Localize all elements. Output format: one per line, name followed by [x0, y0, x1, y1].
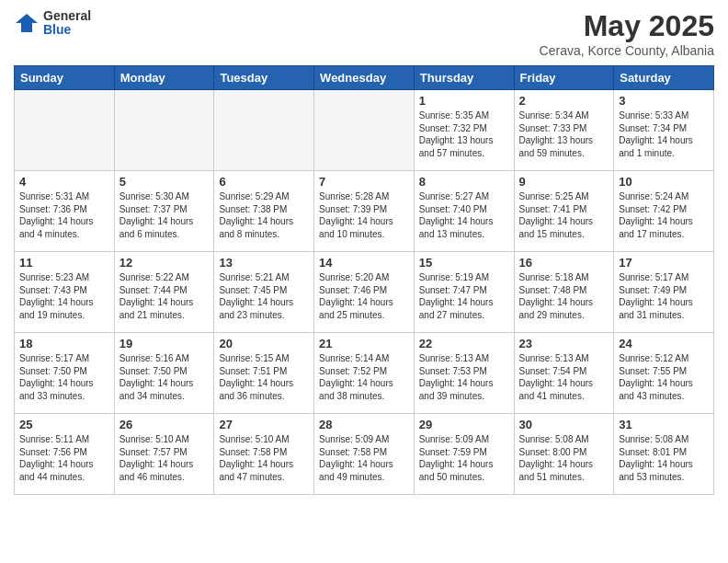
day-info: Sunrise: 5:10 AM Sunset: 7:58 PM Dayligh…	[219, 433, 309, 483]
day-number: 1	[419, 94, 509, 108]
day-cell: 18Sunrise: 5:17 AM Sunset: 7:50 PM Dayli…	[15, 333, 115, 414]
day-cell: 20Sunrise: 5:15 AM Sunset: 7:51 PM Dayli…	[214, 333, 314, 414]
day-info: Sunrise: 5:12 AM Sunset: 7:55 PM Dayligh…	[619, 352, 709, 402]
calendar-table: SundayMondayTuesdayWednesdayThursdayFrid…	[14, 65, 714, 495]
day-number: 8	[419, 175, 509, 189]
day-number: 21	[319, 337, 409, 350]
day-number: 14	[319, 256, 409, 270]
day-cell: 13Sunrise: 5:21 AM Sunset: 7:45 PM Dayli…	[214, 252, 314, 333]
header-row: SundayMondayTuesdayWednesdayThursdayFrid…	[15, 66, 714, 90]
day-info: Sunrise: 5:09 AM Sunset: 7:58 PM Dayligh…	[319, 433, 409, 483]
day-cell: 15Sunrise: 5:19 AM Sunset: 7:47 PM Dayli…	[414, 252, 514, 333]
day-number: 18	[19, 337, 109, 350]
day-number: 24	[619, 337, 709, 350]
day-number: 12	[119, 256, 210, 270]
day-info: Sunrise: 5:23 AM Sunset: 7:43 PM Dayligh…	[19, 271, 109, 321]
week-row-3: 11Sunrise: 5:23 AM Sunset: 7:43 PM Dayli…	[15, 252, 714, 333]
column-header-tuesday: Tuesday	[214, 66, 314, 90]
column-header-thursday: Thursday	[414, 66, 514, 90]
day-cell	[15, 90, 115, 171]
day-number: 27	[219, 418, 309, 431]
day-number: 25	[19, 418, 109, 431]
day-info: Sunrise: 5:27 AM Sunset: 7:40 PM Dayligh…	[419, 190, 509, 240]
logo-blue: Blue	[43, 23, 91, 37]
page-header: General Blue May 2025 Cerava, Korce Coun…	[14, 9, 714, 58]
day-number: 19	[119, 337, 210, 350]
day-number: 9	[519, 175, 609, 189]
day-cell: 24Sunrise: 5:12 AM Sunset: 7:55 PM Dayli…	[614, 333, 714, 414]
day-cell: 29Sunrise: 5:09 AM Sunset: 7:59 PM Dayli…	[414, 414, 514, 495]
day-info: Sunrise: 5:08 AM Sunset: 8:01 PM Dayligh…	[619, 433, 709, 483]
day-info: Sunrise: 5:10 AM Sunset: 7:57 PM Dayligh…	[119, 433, 210, 483]
day-cell: 16Sunrise: 5:18 AM Sunset: 7:48 PM Dayli…	[514, 252, 614, 333]
day-number: 22	[419, 337, 509, 350]
week-row-5: 25Sunrise: 5:11 AM Sunset: 7:56 PM Dayli…	[15, 414, 714, 495]
day-cell: 1Sunrise: 5:35 AM Sunset: 7:32 PM Daylig…	[414, 90, 514, 171]
day-info: Sunrise: 5:17 AM Sunset: 7:50 PM Dayligh…	[19, 352, 109, 402]
day-cell: 8Sunrise: 5:27 AM Sunset: 7:40 PM Daylig…	[414, 171, 514, 252]
column-header-wednesday: Wednesday	[314, 66, 415, 90]
day-info: Sunrise: 5:18 AM Sunset: 7:48 PM Dayligh…	[519, 271, 609, 321]
day-number: 28	[319, 418, 409, 431]
day-cell: 22Sunrise: 5:13 AM Sunset: 7:53 PM Dayli…	[414, 333, 514, 414]
day-cell: 11Sunrise: 5:23 AM Sunset: 7:43 PM Dayli…	[15, 252, 115, 333]
day-cell: 12Sunrise: 5:22 AM Sunset: 7:44 PM Dayli…	[114, 252, 214, 333]
logo-general: General	[43, 9, 91, 23]
day-cell: 2Sunrise: 5:34 AM Sunset: 7:33 PM Daylig…	[514, 90, 614, 171]
day-cell: 6Sunrise: 5:29 AM Sunset: 7:38 PM Daylig…	[214, 171, 314, 252]
day-cell: 19Sunrise: 5:16 AM Sunset: 7:50 PM Dayli…	[114, 333, 214, 414]
day-number: 6	[219, 175, 309, 189]
day-cell	[214, 90, 314, 171]
month-title: May 2025	[540, 9, 714, 43]
day-number: 26	[119, 418, 210, 431]
day-number: 31	[619, 418, 709, 431]
week-row-2: 4Sunrise: 5:31 AM Sunset: 7:36 PM Daylig…	[15, 171, 714, 252]
day-info: Sunrise: 5:20 AM Sunset: 7:46 PM Dayligh…	[319, 271, 409, 321]
day-number: 4	[19, 175, 109, 189]
day-cell: 28Sunrise: 5:09 AM Sunset: 7:58 PM Dayli…	[314, 414, 415, 495]
day-cell: 27Sunrise: 5:10 AM Sunset: 7:58 PM Dayli…	[214, 414, 314, 495]
day-cell	[114, 90, 214, 171]
day-number: 17	[619, 256, 709, 270]
day-number: 3	[619, 94, 709, 108]
day-info: Sunrise: 5:31 AM Sunset: 7:36 PM Dayligh…	[19, 190, 109, 240]
day-cell: 4Sunrise: 5:31 AM Sunset: 7:36 PM Daylig…	[15, 171, 115, 252]
day-number: 2	[519, 94, 609, 108]
column-header-sunday: Sunday	[15, 66, 115, 90]
day-info: Sunrise: 5:13 AM Sunset: 7:53 PM Dayligh…	[419, 352, 509, 402]
day-info: Sunrise: 5:13 AM Sunset: 7:54 PM Dayligh…	[519, 352, 609, 402]
day-info: Sunrise: 5:29 AM Sunset: 7:38 PM Dayligh…	[219, 190, 309, 240]
column-header-friday: Friday	[514, 66, 614, 90]
day-info: Sunrise: 5:35 AM Sunset: 7:32 PM Dayligh…	[419, 109, 509, 159]
day-cell: 21Sunrise: 5:14 AM Sunset: 7:52 PM Dayli…	[314, 333, 415, 414]
day-number: 10	[619, 175, 709, 189]
day-info: Sunrise: 5:30 AM Sunset: 7:37 PM Dayligh…	[119, 190, 210, 240]
day-info: Sunrise: 5:21 AM Sunset: 7:45 PM Dayligh…	[219, 271, 309, 321]
day-info: Sunrise: 5:28 AM Sunset: 7:39 PM Dayligh…	[319, 190, 409, 240]
day-number: 15	[419, 256, 509, 270]
day-info: Sunrise: 5:09 AM Sunset: 7:59 PM Dayligh…	[419, 433, 509, 483]
day-number: 5	[119, 175, 210, 189]
day-cell: 30Sunrise: 5:08 AM Sunset: 8:00 PM Dayli…	[514, 414, 614, 495]
day-number: 16	[519, 256, 609, 270]
day-number: 29	[419, 418, 509, 431]
day-cell: 3Sunrise: 5:33 AM Sunset: 7:34 PM Daylig…	[614, 90, 714, 171]
day-cell: 26Sunrise: 5:10 AM Sunset: 7:57 PM Dayli…	[114, 414, 214, 495]
day-cell: 23Sunrise: 5:13 AM Sunset: 7:54 PM Dayli…	[514, 333, 614, 414]
day-cell: 9Sunrise: 5:25 AM Sunset: 7:41 PM Daylig…	[514, 171, 614, 252]
day-info: Sunrise: 5:19 AM Sunset: 7:47 PM Dayligh…	[419, 271, 509, 321]
day-info: Sunrise: 5:16 AM Sunset: 7:50 PM Dayligh…	[119, 352, 210, 402]
day-info: Sunrise: 5:25 AM Sunset: 7:41 PM Dayligh…	[519, 190, 609, 240]
day-number: 30	[519, 418, 609, 431]
title-block: May 2025 Cerava, Korce County, Albania	[540, 9, 714, 58]
day-info: Sunrise: 5:14 AM Sunset: 7:52 PM Dayligh…	[319, 352, 409, 402]
day-cell: 5Sunrise: 5:30 AM Sunset: 7:37 PM Daylig…	[114, 171, 214, 252]
day-cell: 17Sunrise: 5:17 AM Sunset: 7:49 PM Dayli…	[614, 252, 714, 333]
day-cell	[314, 90, 415, 171]
day-cell: 14Sunrise: 5:20 AM Sunset: 7:46 PM Dayli…	[314, 252, 415, 333]
day-cell: 7Sunrise: 5:28 AM Sunset: 7:39 PM Daylig…	[314, 171, 415, 252]
column-header-saturday: Saturday	[614, 66, 714, 90]
location-subtitle: Cerava, Korce County, Albania	[540, 43, 714, 58]
logo-icon	[14, 10, 40, 36]
week-row-4: 18Sunrise: 5:17 AM Sunset: 7:50 PM Dayli…	[15, 333, 714, 414]
